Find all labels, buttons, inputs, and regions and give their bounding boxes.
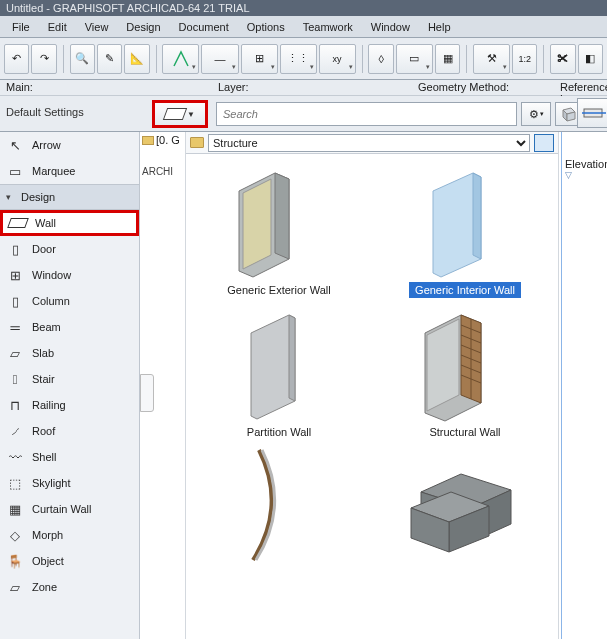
separator xyxy=(543,45,544,73)
separator xyxy=(362,45,363,73)
view-mode-button[interactable] xyxy=(534,134,554,152)
favorite-label: Structural Wall xyxy=(423,424,506,440)
separator xyxy=(63,45,64,73)
favorite-item[interactable]: Generic Interior Wall xyxy=(376,162,554,298)
group-design[interactable]: Design xyxy=(0,184,139,210)
favorite-item[interactable] xyxy=(376,446,554,570)
tool-window[interactable]: ⊞ Window xyxy=(0,262,139,288)
wall-icon xyxy=(163,108,187,120)
menu-design[interactable]: Design xyxy=(118,19,168,35)
collapsed-tab[interactable] xyxy=(140,374,154,412)
menu-options[interactable]: Options xyxy=(239,19,293,35)
story-label: [0. G xyxy=(156,134,180,146)
grid-snap-button[interactable]: ⋮⋮▾ xyxy=(280,44,317,74)
tool-marquee[interactable]: ▭ Marquee xyxy=(0,158,139,184)
door-icon: ▯ xyxy=(6,241,24,257)
chevron-down-icon: ▾ xyxy=(540,110,544,118)
tool-skylight[interactable]: ⬚ Skylight xyxy=(0,470,139,496)
tool-slab[interactable]: ▱ Slab xyxy=(0,340,139,366)
menu-file[interactable]: File xyxy=(4,19,38,35)
tool-arrow[interactable]: ↖ Arrow xyxy=(0,132,139,158)
menu-teamwork[interactable]: Teamwork xyxy=(295,19,361,35)
tool-label: Slab xyxy=(32,347,54,359)
favorites-dropdown[interactable]: ▼ xyxy=(152,100,208,128)
undo-button[interactable]: ↶ xyxy=(4,44,29,74)
column-icon: ▯ xyxy=(6,293,24,309)
svg-marker-11 xyxy=(289,315,295,401)
tool-roof[interactable]: ⟋ Roof xyxy=(0,418,139,444)
menu-bar: File Edit View Design Document Options T… xyxy=(0,16,607,38)
menu-edit[interactable]: Edit xyxy=(40,19,75,35)
tool-stair[interactable]: 𓊍 Stair xyxy=(0,366,139,392)
tool-railing[interactable]: ⊓ Railing xyxy=(0,392,139,418)
tool-label: Roof xyxy=(32,425,55,437)
favorite-item[interactable]: Structural Wall xyxy=(376,304,554,440)
settings-gear-button[interactable]: ⚙▾ xyxy=(521,102,551,126)
tool-label: Beam xyxy=(32,321,61,333)
tool-object[interactable]: 🪑 Object xyxy=(0,548,139,574)
find-select-button[interactable]: 🔍 xyxy=(70,44,95,74)
elevation-marker: Elevation ▽ xyxy=(565,158,607,180)
menu-help[interactable]: Help xyxy=(420,19,459,35)
tool-shell[interactable]: 〰 Shell xyxy=(0,444,139,470)
menu-view[interactable]: View xyxy=(77,19,117,35)
thumb-curved-wall xyxy=(214,446,344,566)
beam-icon: ═ xyxy=(6,319,24,335)
tool-label: Morph xyxy=(32,529,63,541)
tool-curtain-wall[interactable]: ▦ Curtain Wall xyxy=(0,496,139,522)
svg-marker-21 xyxy=(427,319,459,411)
renovation-button[interactable]: ⚒▾ xyxy=(473,44,510,74)
tool-label: Column xyxy=(32,295,70,307)
tool-beam[interactable]: ═ Beam xyxy=(0,314,139,340)
tool-label: Marquee xyxy=(32,165,75,177)
navigator-story[interactable]: [0. G xyxy=(142,134,180,146)
infobox-labels: Main: Layer: Geometry Method: Reference … xyxy=(0,80,607,96)
svg-marker-10 xyxy=(251,315,295,419)
zone-icon: ▱ xyxy=(6,579,24,595)
snap-guide-button[interactable]: ⊞▾ xyxy=(241,44,278,74)
favorite-label: Generic Exterior Wall xyxy=(221,282,337,298)
favorite-item[interactable]: Generic Exterior Wall xyxy=(190,162,368,298)
show-hide-button[interactable]: ▦ xyxy=(435,44,460,74)
tool-column[interactable]: ▯ Column xyxy=(0,288,139,314)
default-settings-button[interactable]: Default Settings xyxy=(6,106,84,118)
wall-icon xyxy=(9,215,27,231)
favorite-label: Partition Wall xyxy=(241,424,317,440)
favorite-item[interactable]: Partition Wall xyxy=(190,304,368,440)
label-geom: Geometry Method: xyxy=(418,81,509,93)
tool-label: Zone xyxy=(32,581,57,593)
arrow-icon: ↖ xyxy=(6,137,24,153)
trim-button[interactable]: ◧ xyxy=(578,44,603,74)
tool-label: Shell xyxy=(32,451,56,463)
xy-button[interactable]: xy▾ xyxy=(319,44,356,74)
morph-icon: ◇ xyxy=(6,527,24,543)
favorites-grid: Generic Exterior Wall Generic Interior W… xyxy=(186,154,558,639)
reference-line-button[interactable]: Out xyxy=(577,98,607,128)
main-toolbar: ↶ ↷ 🔍 ✎ 📐 ▾ —▾ ⊞▾ ⋮⋮▾ xy▾ ◊ ▭▾ ▦ ⚒▾ 1:2 … xyxy=(0,38,607,80)
label-layer: Layer: xyxy=(218,81,249,93)
tool-zone[interactable]: ▱ Zone xyxy=(0,574,139,600)
roof-icon: ⟋ xyxy=(6,423,24,439)
search-input[interactable] xyxy=(216,102,517,126)
trace-button[interactable]: ◊ xyxy=(368,44,393,74)
tool-morph[interactable]: ◇ Morph xyxy=(0,522,139,548)
menu-document[interactable]: Document xyxy=(171,19,237,35)
stair-icon: 𓊍 xyxy=(6,371,24,387)
redo-button[interactable]: ↷ xyxy=(31,44,56,74)
tool-wall[interactable]: Wall xyxy=(0,210,139,236)
tool-door[interactable]: ▯ Door xyxy=(0,236,139,262)
toolbox-panel: ↖ Arrow ▭ Marquee Design Wall ▯ Door ⊞ W… xyxy=(0,132,140,639)
measure-button[interactable]: 📐 xyxy=(124,44,149,74)
favorites-panel: Structure Generic Exterior Wall xyxy=(186,132,559,639)
guideline-button[interactable]: —▾ xyxy=(201,44,238,74)
trace-ref-button[interactable]: ▭▾ xyxy=(396,44,433,74)
category-select[interactable]: Structure xyxy=(208,134,530,152)
favorite-item[interactable] xyxy=(190,446,368,570)
reno-filter-button[interactable]: 1:2 xyxy=(512,44,537,74)
cursor-snap-button[interactable]: ▾ xyxy=(162,44,199,74)
suspend-button[interactable]: ✀ xyxy=(550,44,575,74)
menu-window[interactable]: Window xyxy=(363,19,418,35)
search-wrap xyxy=(216,102,517,126)
viewport-edge: Elevation ▽ xyxy=(559,132,607,639)
pick-button[interactable]: ✎ xyxy=(97,44,122,74)
